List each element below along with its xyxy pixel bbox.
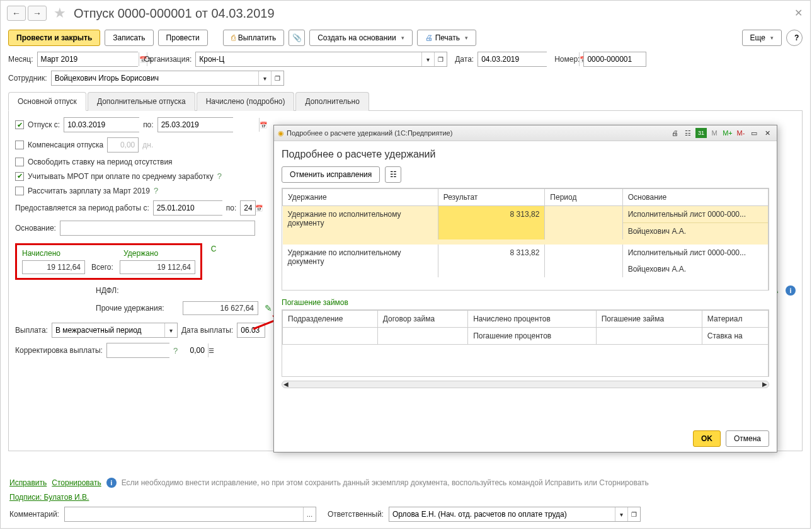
info-icon[interactable]: i: [786, 285, 796, 296]
deductions-detail-popup: ◉ Подробнее о расчете удержаний (1С:Пред…: [273, 125, 777, 452]
more-button[interactable]: Еще: [742, 30, 782, 46]
m-plus-icon[interactable]: M+: [722, 128, 733, 138]
chevron-down-icon[interactable]: ▾: [421, 52, 434, 66]
m-minus-icon[interactable]: M-: [735, 128, 746, 138]
calc-summary-box: Начислено Удержано 19 112,64 Всего: 19 1…: [15, 243, 202, 280]
compensation-checkbox[interactable]: [15, 141, 24, 149]
date-label: Дата:: [455, 55, 474, 64]
open-icon[interactable]: ❐: [627, 507, 640, 521]
mrot-checkbox[interactable]: ✔: [15, 172, 24, 181]
app-icon: ◉: [278, 129, 284, 137]
correction-input[interactable]: [107, 343, 208, 357]
chevron-down-icon[interactable]: ▾: [615, 507, 627, 521]
pay-button[interactable]: ⎙Выплатить: [223, 30, 285, 46]
footer-hint: Если необходимо внести исправление, но п…: [122, 478, 649, 487]
number-input[interactable]: [583, 52, 646, 67]
back-button[interactable]: ←: [7, 6, 26, 21]
attach-button[interactable]: 📎: [289, 30, 305, 46]
tab-additional-leave[interactable]: Дополнительные отпуска: [88, 92, 195, 111]
storno-link[interactable]: Сторнировать: [52, 478, 101, 487]
table-row[interactable]: Удержание по исполнительному документу 8…: [283, 245, 769, 261]
responsible-label: Ответственный:: [328, 510, 384, 519]
horizontal-scrollbar[interactable]: ◀ ▶: [282, 381, 769, 388]
open-icon[interactable]: ❐: [434, 52, 447, 66]
create-based-button[interactable]: Создать на основании: [309, 30, 413, 46]
cancel-corrections-button[interactable]: Отменить исправления: [282, 166, 380, 183]
pencil-icon[interactable]: ✎: [265, 303, 272, 313]
print-button[interactable]: 🖨Печать: [417, 30, 476, 46]
calendar-icon[interactable]: 31: [695, 128, 707, 138]
payment-label: Выплата:: [15, 326, 48, 335]
fix-link[interactable]: Исправить: [9, 478, 47, 487]
payment-date-label: Дата выплаты:: [181, 326, 233, 335]
employee-input[interactable]: [52, 71, 258, 85]
calc-salary-label: Рассчитать зарплату за Март 2019: [28, 187, 150, 195]
responsible-input[interactable]: [389, 507, 615, 521]
comment-input[interactable]: [65, 507, 303, 521]
month-label: Месяц:: [8, 55, 33, 64]
grid-settings-button[interactable]: ☷: [385, 166, 401, 183]
org-label: Организация:: [144, 55, 192, 64]
signatures-link[interactable]: Подписи: Булатов И.В.: [9, 493, 89, 502]
m-icon[interactable]: M: [709, 128, 720, 138]
payment-date-input[interactable]: [237, 323, 265, 338]
employee-label: Сотрудник:: [8, 74, 47, 83]
compensation-days-input[interactable]: [107, 137, 139, 153]
leave-checkbox[interactable]: ✔: [15, 120, 24, 129]
accrued-label: Начислено: [22, 249, 60, 258]
post-button[interactable]: Провести: [158, 30, 208, 46]
calc-salary-checkbox[interactable]: [15, 187, 24, 195]
tab-additional[interactable]: Дополнительно: [295, 92, 369, 111]
col-deduction: Удержание: [283, 189, 438, 206]
chevron-down-icon[interactable]: ▾: [258, 71, 271, 85]
payment-input[interactable]: [52, 323, 164, 337]
post-close-button[interactable]: Провести и закрыть: [8, 30, 100, 46]
ok-button[interactable]: OK: [693, 430, 721, 447]
period-from-input[interactable]: [154, 201, 254, 215]
col-result: Результат: [438, 189, 545, 206]
help-icon[interactable]: ?: [173, 346, 178, 355]
col-contract: Договор займа: [377, 311, 467, 328]
minimize-icon[interactable]: ▭: [748, 128, 760, 138]
org-input[interactable]: [196, 52, 421, 66]
calculator-icon[interactable]: ☷: [682, 128, 694, 138]
basis-label: Основание:: [15, 224, 56, 233]
period-to-input[interactable]: [240, 200, 256, 216]
ellipsis-icon[interactable]: …: [303, 507, 316, 521]
loans-section-label: Погашение займов: [282, 298, 769, 307]
chevron-down-icon[interactable]: ▾: [164, 323, 177, 337]
basis-input[interactable]: [60, 221, 255, 236]
help-icon[interactable]: ?: [217, 171, 222, 181]
save-button[interactable]: Записать: [105, 30, 153, 46]
month-input[interactable]: [38, 52, 139, 66]
forward-button[interactable]: →: [28, 6, 47, 21]
help-icon[interactable]: ?: [154, 186, 158, 195]
calendar-icon[interactable]: 📅: [259, 118, 267, 132]
info-icon: i: [106, 478, 117, 488]
help-button[interactable]: ?: [786, 30, 803, 46]
tab-main-leave[interactable]: Основной отпуск: [8, 92, 86, 111]
popup-heading: Подробнее о расчете удержаний: [282, 149, 769, 160]
print-icon[interactable]: 🖨: [669, 128, 680, 138]
comment-label: Комментарий:: [9, 510, 59, 519]
period-to-label: по:: [226, 204, 237, 212]
total-label: Всего:: [91, 263, 113, 272]
accrued-amount: 19 112,64: [22, 260, 85, 274]
col-subdivision: Подразделение: [283, 311, 378, 328]
popup-window-title: Подробнее о расчете удержаний (1С:Предпр…: [287, 129, 452, 137]
days-suffix: дн.: [142, 141, 153, 149]
open-icon[interactable]: ❐: [271, 71, 283, 85]
close-popup-icon[interactable]: ✕: [762, 128, 773, 138]
close-icon[interactable]: ✕: [794, 7, 803, 19]
release-rate-checkbox[interactable]: [15, 158, 24, 166]
col-material: Материал: [702, 311, 768, 328]
number-label: Номер:: [554, 55, 580, 64]
favorite-star-icon[interactable]: ★: [54, 5, 66, 21]
leave-to-input[interactable]: [158, 118, 259, 132]
deductions-table: Удержание Результат Период Основание Уде…: [282, 188, 769, 291]
tab-accrued-detail[interactable]: Начислено (подробно): [197, 92, 295, 111]
period-label: Предоставляется за период работы с:: [15, 204, 149, 212]
cancel-button[interactable]: Отмена: [726, 430, 769, 447]
calculator-icon[interactable]: ☰: [208, 343, 214, 357]
table-row[interactable]: Удержание по исполнительному документу 8…: [283, 206, 769, 223]
